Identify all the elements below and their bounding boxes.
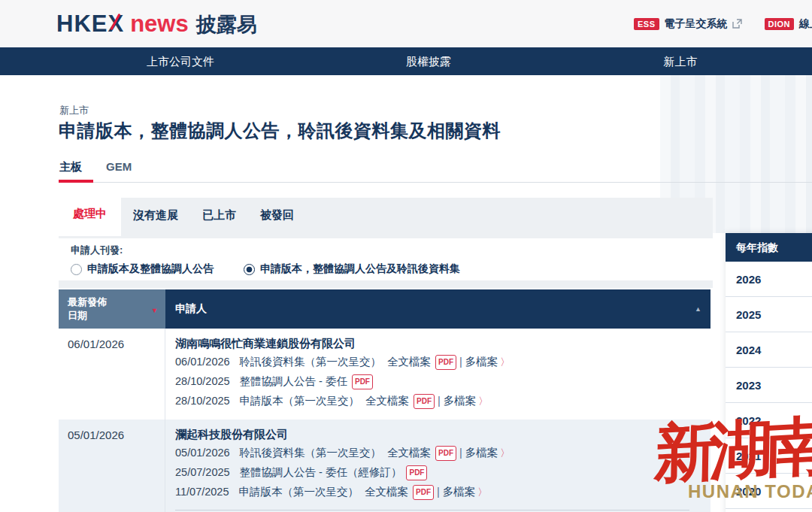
pdf-icon[interactable]: PDF — [435, 446, 456, 461]
status-tabs: 處理中 沒有進展 已上市 被發回 — [59, 198, 713, 233]
filter-options: 申請版本及整體協調人公告 申請版本，整體協調人公告及聆訊後資料集 — [71, 262, 490, 276]
logo-x-mark: X — [108, 11, 124, 38]
multiple-files-link[interactable]: 多檔案 — [465, 447, 498, 459]
document-entry: 05/01/2026聆訊後資料集（第一次呈交）全文檔案PDF|多檔案〉 — [175, 446, 701, 461]
year-item-2023[interactable]: 2023 — [726, 368, 812, 403]
column-header-label: 最新發佈日期 — [68, 295, 110, 323]
pdf-icon[interactable]: PDF — [414, 394, 435, 409]
document-date: 11/07/2025 — [175, 486, 229, 498]
dion-label: 線上權益 — [799, 17, 812, 31]
divider — [175, 510, 689, 510]
breadcrumb: 新上市 — [59, 104, 89, 117]
main-nav: 上市公司文件 股權披露 新上市 — [0, 47, 812, 75]
radio-selected-icon[interactable] — [244, 264, 255, 275]
top-utility-links: ESS 電子呈交系統 DION 線上權益 — [634, 0, 812, 47]
radio-unselected-icon[interactable] — [71, 264, 82, 275]
year-item-2024[interactable]: 2024 — [726, 332, 812, 368]
hunan-today-watermark-en: HUNAN TODAY — [688, 481, 812, 502]
document-date: 06/01/2026 — [175, 356, 230, 368]
document-title-link[interactable]: 聆訊後資料集（第一次呈交） — [240, 356, 382, 368]
fulltext-link[interactable]: 全文檔案 — [365, 395, 409, 407]
table-row: 06/01/2026 湖南鳴鳴很忙商業連鎖股份有限公司 06/01/2026聆訊… — [59, 329, 710, 420]
table-row: 05/01/2026 瀾起科技股份有限公司 05/01/2026聆訊後資料集（第… — [59, 420, 710, 512]
document-title-link[interactable]: 整體協調人公告 - 委任 — [240, 375, 347, 387]
document-date: 28/10/2025 — [175, 375, 230, 387]
board-tabs: 主板 GEM — [59, 160, 132, 174]
page-title: 申請版本，整體協調人公告，聆訊後資料集及相關資料 — [59, 119, 501, 143]
chevron-right-icon: 〉 — [500, 447, 510, 459]
separator: | — [459, 447, 462, 459]
document-date: 25/07/2025 — [175, 466, 230, 478]
multiple-files-link[interactable]: 多檔案 — [465, 356, 498, 368]
document-entry: 25/07/2025整體協調人公告 - 委任（經修訂）PDF — [175, 465, 701, 480]
logo-news-text: news — [130, 11, 189, 38]
dion-link[interactable]: DION 線上權益 — [765, 17, 812, 31]
multiple-files-link[interactable]: 多檔案 — [444, 395, 477, 407]
chevron-right-icon: 〉 — [477, 486, 487, 498]
hkexnews-page: HKEX news 披露易 ESS 電子呈交系統 DION 線上權益 上市公司文… — [0, 0, 812, 512]
hunan-today-watermark-cn: 新湖南 — [653, 414, 812, 486]
tab-in-process[interactable]: 處理中 — [59, 195, 121, 236]
document-date: 28/10/2025 — [175, 395, 230, 407]
fulltext-link[interactable]: 全文檔案 — [387, 447, 431, 459]
tab-inactive[interactable]: 沒有進展 — [133, 208, 178, 223]
logo-chinese-text: 披露易 — [196, 11, 257, 38]
document-title-link[interactable]: 聆訊後資料集（第一次呈交） — [240, 447, 382, 459]
document-title-link[interactable]: 申請版本（第一次呈交） — [240, 395, 360, 407]
top-header: HKEX news 披露易 ESS 電子呈交系統 DION 線上權益 — [0, 0, 812, 47]
filter-label: 申請人刊發: — [71, 244, 123, 257]
year-item-2025[interactable]: 2025 — [726, 297, 812, 332]
release-date-cell: 06/01/2026 — [59, 329, 165, 420]
pdf-icon[interactable]: PDF — [435, 355, 456, 370]
document-date: 05/01/2026 — [175, 447, 230, 459]
company-name: 湖南鳴鳴很忙商業連鎖股份有限公司 — [175, 337, 701, 350]
radio-label: 申請版本，整體協調人公告及聆訊後資料集 — [260, 262, 460, 276]
separator: | — [459, 356, 462, 368]
radio-label: 申請版本及整體協調人公告 — [87, 262, 214, 276]
yearly-index-header: 每年指數 — [726, 233, 812, 262]
nav-item-listed-company-documents[interactable]: 上市公司文件 — [147, 47, 214, 75]
ess-badge: ESS — [634, 18, 659, 30]
document-entry: 28/10/2025整體協調人公告 - 委任PDF — [175, 374, 701, 389]
pdf-icon[interactable]: PDF — [406, 465, 427, 480]
tab-returned[interactable]: 被發回 — [260, 208, 294, 223]
table-header: 最新發佈日期 ▼ 申請人 ▲ — [59, 289, 710, 329]
dion-badge: DION — [765, 18, 795, 30]
applicant-cell: 瀾起科技股份有限公司 05/01/2026聆訊後資料集（第一次呈交）全文檔案PD… — [165, 420, 710, 512]
document-entry: 06/01/2026聆訊後資料集（第一次呈交）全文檔案PDF|多檔案〉 — [175, 355, 701, 370]
release-date-cell: 05/01/2026 — [59, 420, 165, 512]
sort-descending-icon[interactable]: ▼ — [151, 304, 158, 317]
column-header-label: 申請人 — [175, 302, 207, 316]
tab-listed[interactable]: 已上市 — [202, 208, 236, 223]
document-title-link[interactable]: 申請版本（第一次呈交） — [239, 486, 359, 498]
radio-option-ap-oc-phip[interactable]: 申請版本，整體協調人公告及聆訊後資料集 — [244, 262, 460, 276]
fulltext-link[interactable]: 全文檔案 — [365, 486, 408, 498]
chevron-right-icon: 〉 — [500, 356, 510, 368]
document-title-link[interactable]: 整體協調人公告 - 委任（經修訂） — [240, 466, 402, 478]
nav-item-shareholding-disclosures[interactable]: 股權披露 — [406, 47, 451, 75]
pdf-icon[interactable]: PDF — [413, 485, 434, 500]
applications-table: 最新發佈日期 ▼ 申請人 ▲ 06/01/2026 湖南鳴鳴很忙商業連鎖股份有限… — [59, 289, 710, 512]
document-entry: 28/10/2025申請版本（第一次呈交）全文檔案PDF|多檔案〉 — [175, 394, 701, 409]
ess-link[interactable]: ESS 電子呈交系統 — [634, 17, 742, 31]
column-header-latest-release-date[interactable]: 最新發佈日期 ▼ — [59, 289, 165, 329]
year-item-2026[interactable]: 2026 — [726, 262, 812, 297]
column-header-applicant[interactable]: 申請人 ▲ — [165, 289, 710, 329]
tab-rule — [59, 182, 812, 183]
separator: | — [438, 395, 441, 407]
fulltext-link[interactable]: 全文檔案 — [387, 356, 431, 368]
hkexnews-logo[interactable]: HKEX news 披露易 — [56, 11, 257, 38]
document-entry: 11/07/2025申請版本（第一次呈交）全文檔案PDF|多檔案〉 — [175, 485, 701, 500]
pdf-icon[interactable]: PDF — [352, 374, 373, 389]
logo-hkex-text: HKEX — [56, 11, 124, 38]
separator: | — [437, 486, 440, 498]
publication-filter-card: 申請人刊發: 申請版本及整體協調人公告 申請版本，整體協調人公告及聆訊後資料集 — [59, 238, 713, 280]
sort-ascending-icon[interactable]: ▲ — [695, 305, 701, 313]
tab-main-board[interactable]: 主板 — [59, 160, 82, 174]
multiple-files-link[interactable]: 多檔案 — [443, 486, 476, 498]
nav-item-new-listings[interactable]: 新上市 — [664, 47, 698, 75]
radio-option-ap-ocannouncement[interactable]: 申請版本及整體協調人公告 — [71, 262, 214, 276]
tab-gem[interactable]: GEM — [106, 160, 132, 174]
company-name: 瀾起科技股份有限公司 — [175, 428, 701, 441]
external-link-icon — [732, 19, 742, 29]
